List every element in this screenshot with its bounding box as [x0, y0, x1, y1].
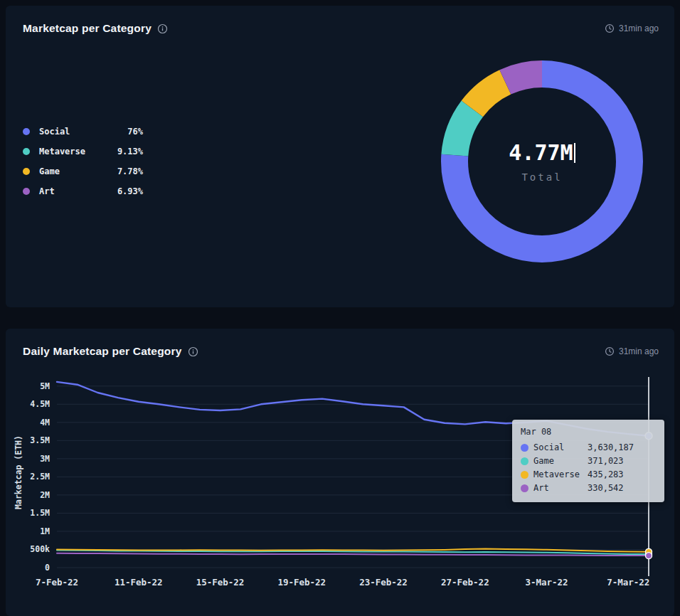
tooltip-series-value: 330,542: [588, 483, 624, 493]
tooltip-row: Metaverse 435,283: [521, 469, 656, 479]
x-tick-label: 27-Feb-22: [441, 577, 489, 588]
tooltip-color-dot: [521, 457, 528, 465]
tooltip-series-value: 3,630,187: [588, 442, 634, 452]
y-tick-label: 2M: [40, 490, 50, 500]
legend-label: Social: [39, 127, 106, 137]
tooltip-series-value: 371,023: [588, 456, 624, 466]
info-icon[interactable]: [157, 23, 168, 34]
legend-item[interactable]: Art 6.93%: [23, 181, 143, 201]
legend-item[interactable]: Social 76%: [23, 122, 143, 142]
tooltip-color-dot: [521, 444, 528, 452]
legend-color-dot: [23, 168, 30, 175]
crosshair-dot-art: [646, 553, 652, 559]
y-tick-label: 1.5M: [30, 508, 50, 518]
tooltip-series-label: Metaverse: [533, 469, 588, 479]
donut-chart[interactable]: 4.77M Total: [438, 58, 646, 265]
donut-legend: Social 76% Metaverse 9.13% Game 7.78% Ar…: [23, 122, 143, 201]
tooltip-row: Social 3,630,187: [521, 442, 656, 452]
legend-percentage: 76%: [106, 127, 143, 137]
tooltip-color-dot: [521, 484, 528, 492]
last-updated: 31min ago: [605, 346, 659, 356]
dashboard: Marketcap per Category 31min ago Social …: [0, 6, 680, 616]
legend-percentage: 7.78%: [106, 166, 143, 176]
x-tick-label: 7-Feb-22: [36, 577, 78, 588]
legend-item[interactable]: Metaverse 9.13%: [23, 142, 143, 161]
x-tick-label: 19-Feb-22: [277, 577, 326, 588]
chart-tooltip: Mar 08 Social 3,630,187 Game 371,023 Met…: [512, 420, 664, 502]
panel-marketcap-per-category: Marketcap per Category 31min ago Social …: [6, 6, 674, 307]
y-axis-label: Marketcap (ETH): [14, 435, 23, 509]
tooltip-row: Game 371,023: [521, 456, 656, 466]
y-tick-label: 4.5M: [30, 399, 50, 409]
y-tick-label: 5M: [40, 381, 50, 391]
x-tick-label: 15-Feb-22: [196, 577, 245, 588]
updated-time: 31min ago: [619, 346, 659, 356]
legend-item[interactable]: Game 7.78%: [23, 161, 143, 181]
panel-daily-marketcap: Daily Marketcap per Category 31min ago 0…: [6, 329, 674, 616]
legend-label: Game: [39, 166, 106, 176]
legend-color-dot: [23, 148, 30, 155]
y-tick-label: 3.5M: [30, 435, 50, 445]
x-tick-label: 23-Feb-22: [359, 577, 408, 588]
x-tick-label: 3-Mar-22: [525, 577, 568, 588]
y-tick-label: 1M: [40, 526, 50, 536]
y-tick-label: 4M: [40, 418, 50, 428]
tooltip-color-dot: [521, 471, 528, 479]
tooltip-series-label: Social: [533, 442, 588, 452]
tooltip-row: Art 330,542: [521, 483, 656, 493]
y-tick-label: 3M: [40, 454, 50, 464]
legend-color-dot: [23, 128, 30, 135]
panel-title: Daily Marketcap per Category: [23, 345, 182, 358]
tooltip-series-label: Game: [533, 456, 588, 466]
tooltip-series-value: 435,283: [588, 469, 624, 479]
tooltip-date: Mar 08: [521, 427, 656, 437]
line-chart[interactable]: 0500k1M1.5M2M2.5M3M3.5M4M4.5M5M7-Feb-221…: [11, 371, 666, 592]
legend-percentage: 9.13%: [106, 147, 143, 156]
legend-percentage: 6.93%: [106, 186, 143, 196]
y-tick-label: 0: [45, 563, 50, 573]
donut-panel-body: Social 76% Metaverse 9.13% Game 7.78% Ar…: [6, 38, 674, 285]
y-tick-label: 2.5M: [30, 472, 50, 482]
clock-icon: [605, 23, 615, 33]
legend-label: Metaverse: [39, 147, 106, 156]
panel-header: Marketcap per Category 31min ago: [6, 6, 674, 38]
series-line-art[interactable]: [57, 553, 649, 556]
panel-title: Marketcap per Category: [23, 22, 152, 35]
legend-label: Art: [39, 186, 106, 196]
clock-icon: [605, 346, 615, 356]
legend-color-dot: [23, 188, 30, 195]
last-updated: 31min ago: [605, 23, 659, 33]
tooltip-rows: Social 3,630,187 Game 371,023 Metaverse …: [521, 442, 656, 493]
tooltip-series-label: Art: [533, 483, 588, 493]
x-tick-label: 11-Feb-22: [115, 577, 163, 588]
info-icon[interactable]: [188, 346, 198, 357]
y-tick-label: 500k: [30, 544, 50, 554]
panel-header: Daily Marketcap per Category 31min ago: [6, 329, 674, 361]
updated-time: 31min ago: [619, 23, 659, 33]
x-tick-label: 7-Mar-22: [607, 577, 649, 588]
